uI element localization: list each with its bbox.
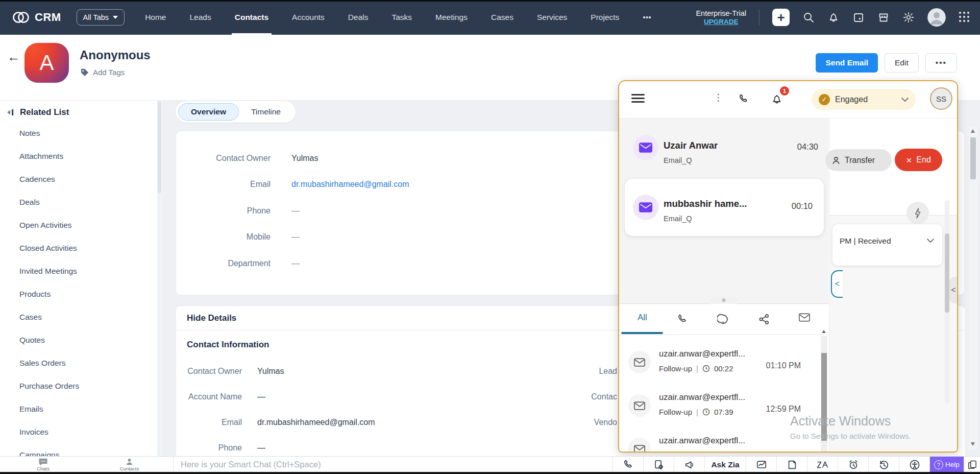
notifications-bell-icon[interactable] bbox=[827, 11, 840, 23]
tab-deals[interactable]: Deals bbox=[348, 0, 369, 35]
tab-contacts[interactable]: Contacts bbox=[235, 0, 268, 35]
scroll-down-arrow[interactable] bbox=[971, 442, 975, 446]
signals-tool-button[interactable] bbox=[643, 457, 674, 472]
history-address: uzair.anwar@expertfl... bbox=[659, 392, 745, 402]
sidebar-item-products[interactable]: Products bbox=[0, 282, 162, 305]
sidebar-item-closed-activities[interactable]: Closed Activities bbox=[0, 236, 162, 259]
transfer-button[interactable]: Transfer bbox=[825, 149, 892, 171]
history-item[interactable]: uzair.anwar@expertfl... Follow-up| 00:22… bbox=[619, 348, 818, 385]
sidebar-item-quotes[interactable]: Quotes bbox=[0, 328, 162, 351]
field-label: Department bbox=[176, 259, 271, 268]
more-actions-button[interactable]: ••• bbox=[925, 53, 957, 73]
sidebar-item-invoices[interactable]: Invoices bbox=[0, 420, 162, 443]
calendar-icon[interactable] bbox=[852, 11, 865, 23]
edit-button[interactable]: Edit bbox=[885, 53, 919, 73]
marketplace-icon[interactable] bbox=[877, 11, 890, 23]
tab-meetings[interactable]: Meetings bbox=[435, 0, 468, 35]
collapse-widget-handle[interactable]: < bbox=[831, 270, 843, 298]
sidebar-item-invited-meetings[interactable]: Invited Meetings bbox=[0, 259, 162, 282]
tab-all-channels[interactable]: All bbox=[638, 313, 647, 323]
chats-tab[interactable]: Chats bbox=[0, 457, 86, 472]
transfer-label: Transfer bbox=[845, 156, 875, 165]
send-email-button[interactable]: Send Email bbox=[816, 53, 878, 73]
collapse-panel-icon[interactable] bbox=[6, 108, 15, 116]
sidebar-item-cadences[interactable]: Cadences bbox=[0, 168, 162, 191]
all-tabs-dropdown[interactable]: All Tabs bbox=[77, 9, 125, 26]
contacts-tab[interactable]: Contacts bbox=[86, 457, 173, 472]
email-tab-icon[interactable] bbox=[799, 313, 811, 325]
history-time: 12:59 PM bbox=[766, 405, 801, 414]
queue-item-selected[interactable]: mubbashir hame... Email_Q 00:10 bbox=[625, 179, 824, 236]
crm-logo[interactable]: CRM bbox=[12, 11, 61, 24]
tab-tasks[interactable]: Tasks bbox=[391, 0, 412, 35]
phone-tool-button[interactable] bbox=[612, 457, 643, 472]
audit-history-button[interactable] bbox=[868, 457, 899, 472]
agent-avatar[interactable]: SS bbox=[930, 87, 952, 110]
sidebar-item-deals[interactable]: Deals bbox=[0, 191, 162, 214]
agent-status-dropdown[interactable]: ✓ Engaged bbox=[812, 89, 916, 110]
sidebar-item-emails[interactable]: Emails bbox=[0, 397, 162, 420]
email-channel-icon bbox=[633, 135, 658, 160]
calls-tab-icon[interactable] bbox=[676, 313, 689, 325]
tab-services[interactable]: Services bbox=[537, 0, 567, 35]
history-item[interactable]: uzair.anwar@expertfl... bbox=[619, 435, 818, 453]
add-tags-button[interactable]: Add Tags bbox=[80, 67, 125, 77]
quick-create-button[interactable]: + bbox=[772, 9, 790, 26]
side-collapse-handle[interactable]: < bbox=[949, 277, 958, 303]
social-tab-icon[interactable] bbox=[758, 313, 770, 325]
user-avatar[interactable] bbox=[927, 8, 946, 27]
tab-projects[interactable]: Projects bbox=[591, 0, 619, 35]
tab-timeline[interactable]: Timeline bbox=[239, 104, 293, 120]
ask-zia-button[interactable]: Ask Zia bbox=[704, 457, 746, 472]
accessibility-button[interactable] bbox=[899, 457, 929, 472]
app-grid-icon[interactable] bbox=[959, 11, 971, 23]
received-time-dropdown[interactable]: PM | Received bbox=[832, 224, 942, 266]
call-panel-scrollbar[interactable] bbox=[945, 200, 949, 404]
notes-tool-button[interactable] bbox=[776, 457, 807, 472]
analytics-tool-button[interactable] bbox=[746, 457, 776, 472]
sidebar-item-campaigns[interactable]: Campaigns bbox=[0, 443, 162, 456]
help-button[interactable]: ? Help bbox=[929, 457, 964, 472]
field-value: — bbox=[257, 392, 265, 401]
email-link[interactable]: dr.mubashirhameed@gmail.com bbox=[257, 418, 375, 427]
tab-overview[interactable]: Overview bbox=[178, 103, 239, 121]
sidebar-item-open-activities[interactable]: Open Activities bbox=[0, 214, 162, 236]
sidebar-item-notes[interactable]: Notes bbox=[0, 122, 162, 145]
back-arrow-icon[interactable]: ← bbox=[7, 50, 20, 63]
scroll-up-arrow[interactable] bbox=[971, 129, 975, 133]
settings-gear-icon[interactable] bbox=[902, 11, 915, 23]
tab-home[interactable]: Home bbox=[145, 0, 166, 35]
history-scrollbar[interactable] bbox=[821, 336, 827, 452]
queue-name: Email_Q bbox=[664, 215, 692, 223]
kebab-menu-icon[interactable]: ⋮ bbox=[714, 91, 723, 103]
clipboard-icon bbox=[967, 460, 977, 470]
end-call-button[interactable]: × End bbox=[895, 149, 942, 171]
quick-actions-bolt-icon[interactable] bbox=[906, 202, 929, 224]
tab-leads[interactable]: Leads bbox=[189, 0, 211, 35]
phone-icon[interactable] bbox=[738, 93, 751, 106]
chat-tab-icon[interactable] bbox=[717, 313, 729, 325]
page-scrollbar[interactable] bbox=[969, 126, 977, 450]
copy-tool-button[interactable] bbox=[964, 457, 980, 472]
reminders-button[interactable] bbox=[838, 457, 868, 472]
sidebar-scrollbar[interactable] bbox=[157, 100, 162, 456]
search-icon[interactable] bbox=[802, 11, 815, 23]
upgrade-link[interactable]: UPGRADE bbox=[704, 18, 739, 27]
hamburger-menu-icon[interactable] bbox=[631, 94, 645, 105]
field-label: Phone bbox=[176, 206, 271, 216]
scrollbar-thumb[interactable] bbox=[970, 137, 976, 179]
email-link[interactable]: dr.mubashirhameed@gmail.com bbox=[291, 180, 409, 189]
smart-chat-input[interactable] bbox=[173, 457, 612, 472]
sidebar-item-attachments[interactable]: Attachments bbox=[0, 145, 162, 168]
history-item[interactable]: uzair.anwar@expertfl... Follow-up| 07:39… bbox=[619, 391, 818, 428]
sidebar-item-purchase-orders[interactable]: Purchase Orders bbox=[0, 374, 162, 397]
sidebar-item-sales-orders[interactable]: Sales Orders bbox=[0, 351, 162, 374]
tab-accounts[interactable]: Accounts bbox=[292, 0, 325, 35]
zia-sketch-button[interactable] bbox=[807, 457, 838, 472]
sidebar-item-cases[interactable]: Cases bbox=[0, 305, 162, 328]
tab-cases[interactable]: Cases bbox=[491, 0, 513, 35]
tab-more[interactable]: ••• bbox=[643, 0, 651, 35]
announcements-button[interactable] bbox=[674, 457, 704, 472]
drag-handle[interactable]: ≡ bbox=[710, 296, 738, 304]
contact-avatar: A bbox=[24, 43, 69, 83]
